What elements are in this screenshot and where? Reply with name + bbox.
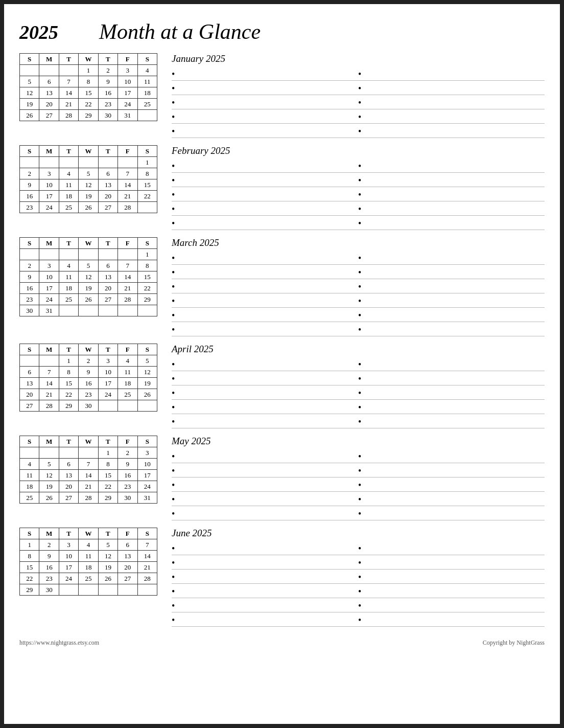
bullet-left: •	[172, 70, 358, 80]
bullet-dot-right: •	[358, 573, 361, 582]
calendar-day: 14	[59, 87, 78, 99]
bullet-right: •	[358, 325, 545, 336]
calendar-day: 6	[20, 367, 39, 378]
day-header: T	[59, 528, 78, 539]
calendar-day: 12	[137, 367, 157, 378]
mini-calendar: SMTWTFS123456789101112131415161718192021…	[19, 53, 157, 121]
calendar-day: 9	[79, 367, 98, 378]
bullet-left: •	[172, 204, 358, 215]
calendar-day: 25	[59, 294, 78, 305]
bullet-dot-right: •	[358, 70, 361, 79]
calendar-day: 27	[59, 492, 78, 504]
calendar-day: 24	[39, 202, 59, 213]
bullet-dot-left: •	[172, 112, 175, 122]
calendar-day: 21	[59, 99, 78, 110]
day-header: S	[137, 238, 157, 249]
calendar-day: 24	[98, 389, 118, 400]
calendar-day: 22	[59, 389, 78, 400]
bullet-right: •	[358, 417, 545, 428]
bullet-right: •	[358, 452, 545, 463]
bullet-left: •	[172, 360, 358, 371]
calendar-day: 9	[20, 179, 39, 191]
bullet-dot-right: •	[358, 389, 361, 398]
calendar-day: 23	[20, 202, 39, 213]
bullet-right: •	[358, 268, 545, 279]
bullet-right: •	[358, 587, 545, 598]
bullet-dot-left: •	[172, 544, 175, 553]
calendar-day	[39, 447, 59, 459]
bullet-rows: ••••••••••	[172, 158, 545, 230]
bullet-left: •	[172, 495, 358, 506]
bullet-right: •	[358, 84, 545, 95]
bullet-right: •	[358, 389, 545, 399]
calendar-day: 18	[137, 87, 157, 99]
bullet-row: ••	[172, 322, 545, 336]
calendar-day: 18	[59, 191, 78, 202]
bullet-dot-right: •	[358, 176, 361, 185]
calendar-day: 29	[98, 492, 118, 504]
calendar-day: 7	[59, 76, 78, 87]
calendar-day: 20	[118, 562, 137, 573]
calendar-day: 4	[79, 539, 98, 551]
bullet-row: ••	[172, 449, 545, 463]
bullet-row: ••	[172, 570, 545, 584]
calendar-day	[137, 400, 157, 412]
calendar-day	[20, 355, 39, 367]
bullet-dot-left: •	[172, 84, 175, 93]
day-header: W	[79, 528, 98, 539]
bullet-rows: ••••••••••••	[172, 541, 545, 627]
calendar-day: 28	[118, 294, 137, 305]
calendar-day: 31	[118, 110, 137, 121]
month-block: SMTWTFS123456789101112131415161718192021…	[19, 528, 545, 627]
calendar-day	[59, 584, 78, 596]
bullet-dot-right: •	[358, 360, 361, 369]
calendar-day: 2	[98, 65, 118, 76]
bullet-dot-right: •	[358, 98, 361, 107]
bullet-left: •	[172, 268, 358, 279]
calendar-day: 16	[39, 562, 59, 573]
bullet-dot-left: •	[172, 389, 175, 398]
bullet-dot-left: •	[172, 282, 175, 291]
calendar-day: 11	[59, 271, 78, 283]
bullet-row: ••	[172, 555, 545, 570]
calendar-day	[118, 305, 137, 316]
bullet-row: ••	[172, 414, 545, 428]
bullet-dot-left: •	[172, 360, 175, 369]
bullet-left: •	[172, 112, 358, 123]
bullet-dot-right: •	[358, 452, 361, 461]
calendar-day: 2	[20, 260, 39, 271]
bullet-dot-left: •	[172, 495, 175, 504]
calendar-day: 17	[59, 562, 78, 573]
calendar-day: 10	[39, 179, 59, 191]
content-area: SMTWTFS123456789101112131415161718192021…	[19, 53, 545, 634]
calendar-day: 11	[20, 470, 39, 481]
calendar-day: 14	[137, 551, 157, 562]
calendar-day: 29	[59, 400, 78, 412]
calendar-day: 17	[39, 191, 59, 202]
calendar-day: 10	[98, 367, 118, 378]
bullet-dot-left: •	[172, 509, 175, 518]
calendar-day: 19	[79, 283, 98, 294]
day-header: M	[39, 146, 59, 157]
bullet-left: •	[172, 389, 358, 399]
calendar-day: 10	[59, 551, 78, 562]
calendar-day	[118, 249, 137, 260]
bullet-dot-right: •	[358, 297, 361, 306]
bullet-dot-right: •	[358, 466, 361, 475]
calendar-day: 10	[118, 76, 137, 87]
month-name: June 2025	[172, 528, 545, 539]
bullet-row: ••	[172, 66, 545, 81]
calendar-day: 14	[118, 179, 137, 191]
calendar-day: 6	[98, 260, 118, 271]
month-name: January 2025	[172, 53, 545, 64]
calendar-day: 11	[137, 76, 157, 87]
calendar-day: 3	[118, 65, 137, 76]
bullet-right: •	[358, 70, 545, 80]
bullet-rows: ••••••••••	[172, 449, 545, 520]
calendar-day: 17	[98, 378, 118, 389]
day-header: M	[39, 528, 59, 539]
bullet-left: •	[172, 481, 358, 491]
calendar-day: 11	[118, 367, 137, 378]
calendar-day: 31	[39, 305, 59, 316]
day-header: S	[137, 54, 157, 65]
